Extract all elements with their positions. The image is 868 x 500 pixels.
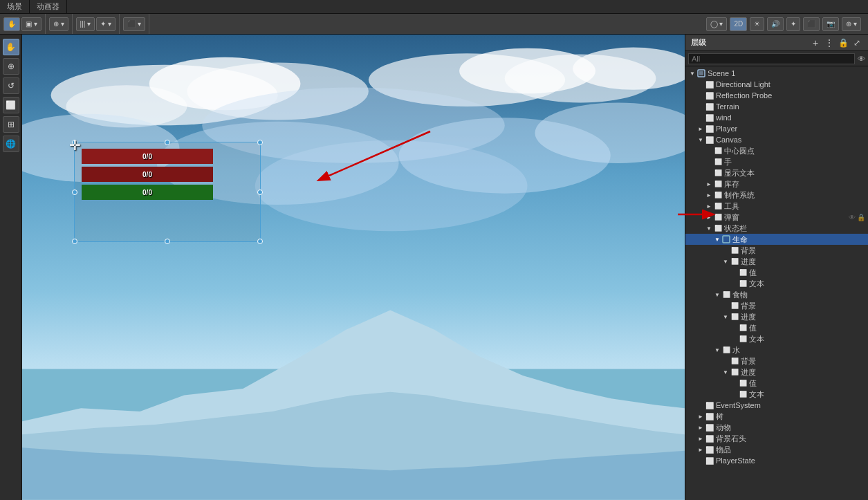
rp-icon: ⬜ — [705, 91, 714, 100]
sphere-btn[interactable]: ◯ ▾ — [706, 17, 728, 31]
hierarchy-directional-light[interactable]: ⬜ Directional Light — [685, 79, 868, 90]
hierarchy-wind[interactable]: ⬜ wind — [685, 112, 868, 123]
add-object-btn[interactable]: + — [810, 37, 821, 48]
hierarchy-water-text[interactable]: ⬜ 文本 — [685, 389, 868, 400]
rotate-tool[interactable]: ↺ — [3, 77, 19, 94]
snap-btn[interactable]: ||| ▾ — [76, 17, 95, 31]
hierarchy-food[interactable]: ⬜ 食物 — [685, 289, 868, 300]
hierarchy-life-progress[interactable]: ⬜ 进度 — [685, 256, 868, 267]
hierarchy-lock-btn[interactable]: 🔒 — [838, 37, 849, 48]
layout-btn[interactable]: ⬛ ▾ — [123, 17, 145, 31]
effects-btn[interactable]: ✦ — [786, 17, 800, 31]
hierarchy-search-input[interactable] — [688, 53, 855, 64]
playerstate-label: PlayerState — [716, 456, 755, 465]
hierarchy-expand-btn[interactable]: ⤢ — [851, 37, 862, 48]
zhongxin-arrow — [705, 147, 713, 155]
handle-tr — [257, 140, 263, 145]
light-btn[interactable]: ☀ — [750, 17, 764, 31]
hand-tool-btn[interactable]: ✋ — [3, 17, 20, 31]
svg-point-13 — [255, 140, 528, 231]
hierarchy-zhongxin[interactable]: ⬜ 中心圆点 — [685, 145, 868, 156]
wind-icon: ⬜ — [705, 113, 714, 122]
scene-tab[interactable]: 场景 — [0, 0, 30, 13]
health-bar-row: 0/0 — [82, 149, 213, 164]
scene-view[interactable]: ✛ 0/0 0/0 0/0 — [22, 35, 685, 500]
food-text-label: 文本 — [749, 334, 764, 344]
camera-btn[interactable]: 📷 — [822, 17, 839, 31]
view-select-btn[interactable]: ▣ ▾ — [21, 17, 41, 31]
water-text-arrow — [730, 390, 738, 398]
hierarchy-playerstate[interactable]: ⬜ PlayerState — [685, 455, 868, 466]
food-progress-arrow — [721, 313, 730, 321]
handle-bm — [165, 239, 170, 244]
water-bg-icon: ⬜ — [730, 356, 739, 366]
svg-rect-19 — [723, 236, 730, 243]
terrain-arrow — [696, 102, 705, 111]
2d-btn[interactable]: 2D — [730, 17, 747, 31]
hierarchy-popup[interactable]: ⬜ 弹窗 👁 🔒 — [685, 212, 868, 223]
hierarchy-inventory[interactable]: ⬜ 库存 — [685, 178, 868, 189]
hierarchy-food-text[interactable]: ⬜ 文本 — [685, 333, 868, 344]
hierarchy-header: 层级 + ⋮ 🔒 ⤢ — [685, 35, 868, 51]
hierarchy-hand[interactable]: ⬜ 手 — [685, 156, 868, 167]
hierarchy-tree-node[interactable]: ⬜ 树 — [685, 411, 868, 422]
hierarchy-life-text[interactable]: ⬜ 文本 — [685, 278, 868, 289]
life-icon — [721, 234, 731, 244]
hierarchy-water[interactable]: ⬜ 水 — [685, 344, 868, 355]
grid-btn[interactable]: ⊕ ▾ — [842, 17, 861, 31]
hand-tool[interactable]: ✋ — [3, 39, 19, 55]
rect-tool[interactable]: ⊞ — [3, 116, 19, 133]
hierarchy-animals[interactable]: ⬜ 动物 — [685, 422, 868, 433]
food-bar-label: 0/0 — [142, 171, 152, 178]
hierarchy-craftsystem[interactable]: ⬜ 制作系统 — [685, 189, 868, 201]
popup-eye-icon[interactable]: 👁 — [849, 214, 856, 221]
hierarchy-water-value[interactable]: ⬜ 值 — [685, 378, 868, 389]
popup-lock-icon[interactable]: 🔒 — [857, 214, 865, 221]
zhongxin-label: 中心圆点 — [724, 146, 755, 156]
hierarchy-life[interactable]: 生命 — [685, 234, 868, 245]
animator-tab[interactable]: 动画器 — [30, 0, 67, 13]
dl-icon: ⬜ — [705, 80, 714, 89]
hierarchy-panel: 层级 + ⋮ 🔒 ⤢ 👁 Scene 1 — [685, 35, 868, 500]
global-btn[interactable]: ⊕ ▾ — [49, 17, 68, 31]
bgstone-label: 背景石头 — [716, 434, 746, 444]
hierarchy-reflection-probe[interactable]: ⬜ Reflection Probe — [685, 90, 868, 101]
rp-label: Reflection Probe — [716, 91, 772, 100]
hierarchy-scene1[interactable]: Scene 1 — [685, 68, 868, 79]
audio-btn[interactable]: 🔊 — [767, 17, 784, 31]
hierarchy-items[interactable]: ⬜ 物品 — [685, 444, 868, 455]
hierarchy-bgstone[interactable]: ⬜ 背景石头 — [685, 433, 868, 444]
hand-arrow — [705, 158, 713, 166]
scale-tool[interactable]: ⬜ — [3, 97, 19, 113]
hierarchy-food-value[interactable]: ⬜ 值 — [685, 322, 868, 333]
custom-tool[interactable]: 🌐 — [3, 136, 19, 152]
hierarchy-food-progress[interactable]: ⬜ 进度 — [685, 311, 868, 322]
hierarchy-life-bg[interactable]: ⬜ 背景 — [685, 245, 868, 256]
gizmo-btn[interactable]: ⬛ — [803, 17, 820, 31]
hierarchy-eventsystem[interactable]: ⬜ EventSystem — [685, 400, 868, 411]
hierarchy-life-value[interactable]: ⬜ 值 — [685, 267, 868, 278]
food-bar: 0/0 — [82, 167, 213, 182]
tree-node-label: 树 — [716, 411, 723, 422]
hierarchy-statusbar[interactable]: ⬜ 状态栏 — [685, 223, 868, 234]
hierarchy-food-bg[interactable]: ⬜ 背景 — [685, 300, 868, 311]
handle-tm — [165, 140, 170, 145]
hierarchy-water-bg[interactable]: ⬜ 背景 — [685, 355, 868, 367]
water-text-label: 文本 — [749, 389, 764, 400]
player-icon: ⬜ — [705, 124, 714, 133]
health-bar-label: 0/0 — [142, 153, 152, 160]
pivot-btn[interactable]: ✦ ▾ — [96, 17, 116, 31]
move-tool[interactable]: ⊕ — [3, 58, 19, 75]
hierarchy-player[interactable]: ⬜ Player — [685, 123, 868, 134]
inventory-arrow — [705, 180, 713, 188]
animator-tab-label: 动画器 — [37, 1, 59, 12]
wind-arrow — [696, 113, 705, 122]
hierarchy-tools[interactable]: ⬜ 工具 — [685, 201, 868, 212]
water-text-icon: ⬜ — [738, 389, 748, 399]
hierarchy-canvas[interactable]: ⬜ Canvas — [685, 134, 868, 145]
hierarchy-menu-btn[interactable]: ⋮ — [824, 37, 835, 48]
hierarchy-displaytext[interactable]: ⬜ 显示文本 — [685, 167, 868, 178]
hierarchy-terrain[interactable]: ⬜ Terrain — [685, 101, 868, 112]
hierarchy-eye-icon[interactable]: 👁 — [858, 55, 865, 63]
hierarchy-water-progress[interactable]: ⬜ 进度 — [685, 367, 868, 378]
